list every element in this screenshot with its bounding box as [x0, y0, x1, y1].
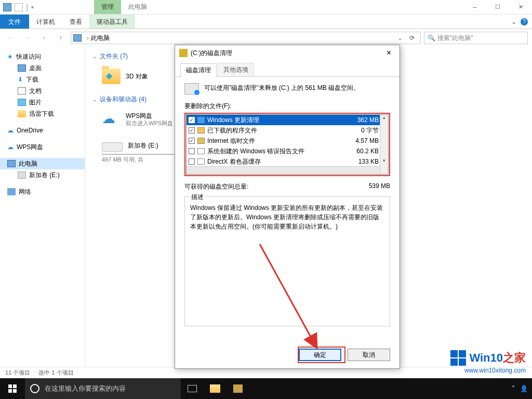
total-space-label: 可获得的磁盘空间总量:: [184, 182, 248, 191]
status-item-count: 11 个项目: [5, 369, 30, 377]
watermark: Win10之家 www.win10xitong.com: [450, 350, 526, 374]
scrollbar-vertical[interactable]: ▴▾: [380, 115, 388, 174]
breadcrumb-location[interactable]: 此电脑: [91, 34, 110, 43]
network-icon: [7, 188, 16, 195]
file-icon: [197, 138, 205, 144]
tree-network[interactable]: 网络: [0, 186, 85, 197]
app-icon: [3, 3, 11, 11]
checkbox[interactable]: ✓: [189, 138, 195, 144]
ribbon-tab-view[interactable]: 查看: [62, 15, 89, 29]
scrollbar-horizontal[interactable]: [187, 166, 380, 174]
file-name: DirectX 着色器缓存: [207, 157, 347, 166]
file-name: Internet 临时文件: [207, 137, 347, 145]
file-icon: [197, 117, 205, 123]
file-name: Windows 更新清理: [207, 116, 347, 125]
taskbar-app-explorer[interactable]: [204, 378, 227, 399]
help-icon[interactable]: ?: [521, 18, 528, 25]
thispc-icon: [7, 160, 16, 167]
qat-dropdown-icon[interactable]: ▾: [31, 5, 34, 10]
close-button[interactable]: ✕: [509, 0, 532, 15]
download-icon: ⬇: [18, 76, 23, 83]
navigation-tree: ★快速访问 桌面 ⬇下载 文档 图片 迅雷下载 ☁OneDrive ☁WPS网盘…: [0, 47, 85, 367]
file-list-row[interactable]: ✓Internet 临时文件4.57 MB: [187, 136, 388, 146]
address-bar[interactable]: › 此电脑 ⌄ ⟳: [71, 32, 421, 44]
file-list-row[interactable]: 系统创建的 Windows 错误报告文件60.2 KB: [187, 146, 388, 156]
drive-cleanup-icon: [184, 83, 199, 95]
file-icon: [197, 127, 205, 134]
checkbox[interactable]: ✓: [189, 127, 195, 134]
start-button[interactable]: [0, 378, 25, 399]
tree-onedrive[interactable]: ☁OneDrive: [0, 125, 85, 136]
nav-up-button[interactable]: ↑: [54, 31, 68, 45]
ribbon-tab-computer[interactable]: 计算机: [29, 15, 62, 29]
qat-item[interactable]: [15, 3, 23, 11]
svg-rect-2: [8, 389, 12, 393]
tray-people-icon[interactable]: 👤: [520, 385, 528, 392]
tree-pictures[interactable]: 图片: [0, 97, 85, 108]
ribbon-context-tab[interactable]: 管理: [94, 0, 121, 14]
maximize-button[interactable]: ☐: [486, 0, 509, 15]
windows-icon: [8, 384, 17, 393]
file-icon: [197, 158, 205, 165]
system-tray[interactable]: ˄ 👤: [512, 385, 532, 392]
tree-thispc[interactable]: 此电脑: [0, 158, 85, 169]
ok-button[interactable]: 确定: [299, 349, 341, 361]
checkbox[interactable]: [189, 158, 195, 165]
search-icon: 🔍: [428, 34, 435, 42]
svg-rect-3: [13, 389, 17, 393]
taskbar: 在这里输入你要搜索的内容 ˄ 👤: [0, 378, 532, 399]
file-icon: [197, 148, 205, 154]
address-bar-row: ← → ▾ ↑ › 此电脑 ⌄ ⟳ 🔍 搜索"此电脑": [0, 29, 532, 47]
task-view-button[interactable]: [181, 378, 204, 399]
nav-back-button[interactable]: ←: [4, 31, 18, 45]
picture-icon: [18, 99, 26, 106]
minimize-button[interactable]: ─: [463, 0, 486, 15]
files-list[interactable]: ✓Windows 更新清理362 MB✓已下载的程序文件0 字节✓Interne…: [186, 114, 389, 175]
checkbox[interactable]: ✓: [189, 117, 195, 123]
taskbar-search[interactable]: 在这里输入你要搜索的内容: [25, 378, 181, 399]
file-list-row[interactable]: DirectX 着色器缓存133 KB: [187, 156, 388, 167]
checkbox[interactable]: [189, 148, 195, 154]
search-input[interactable]: 🔍 搜索"此电脑": [424, 32, 528, 44]
tab-other-options[interactable]: 其他选项: [218, 63, 254, 76]
dialog-close-button[interactable]: ×: [382, 47, 395, 59]
status-selected-count: 选中 1 个项目: [38, 369, 73, 377]
tree-quick-access[interactable]: ★快速访问: [0, 51, 85, 62]
file-list-row[interactable]: ✓已下载的程序文件0 字节: [187, 125, 388, 136]
folder-icon: [18, 110, 26, 117]
ribbon-expand-icon[interactable]: ⌄: [511, 18, 516, 25]
description-group: 描述 Windows 保留通过 Windows 更新安装的所有更新的副本，甚至在…: [184, 196, 390, 326]
refresh-button[interactable]: ⟳: [406, 34, 418, 42]
file-list-row[interactable]: ✓Windows 更新清理362 MB: [187, 115, 388, 125]
description-legend: 描述: [189, 193, 206, 202]
nav-recent-dropdown[interactable]: ▾: [37, 31, 51, 45]
watermark-logo-icon: [450, 350, 466, 366]
tree-documents[interactable]: 文档: [0, 85, 85, 97]
tree-wps[interactable]: ☁WPS网盘: [0, 141, 85, 153]
file-tab[interactable]: 文件: [0, 15, 29, 29]
tab-disk-cleanup[interactable]: 磁盘清理: [180, 63, 217, 77]
cancel-button[interactable]: 取消: [348, 349, 390, 361]
tray-chevron-icon[interactable]: ˄: [512, 385, 515, 392]
address-dropdown-icon[interactable]: ⌄: [394, 34, 406, 42]
tree-thunder[interactable]: 迅雷下载: [0, 108, 85, 119]
collapse-icon: ⌄: [92, 54, 97, 59]
folder-3d-objects[interactable]: ◆3D 对象: [102, 65, 180, 88]
dialog-tabs: 磁盘清理 其他选项: [175, 63, 400, 77]
description-text: Windows 保留通过 Windows 更新安装的所有更新的副本，甚至在安装了…: [190, 203, 384, 231]
drive-icon: [18, 171, 26, 179]
taskbar-app[interactable]: [227, 378, 249, 399]
drive-usage-bar: [102, 154, 185, 155]
disk-cleanup-dialog: (C:)的磁盘清理 × 磁盘清理 其他选项 可以使用"磁盘清理"来释放 (C:)…: [175, 45, 400, 369]
tree-desktop[interactable]: 桌面: [0, 62, 85, 74]
tree-drive-e[interactable]: 新加卷 (E:): [0, 169, 85, 181]
nav-forward-button[interactable]: →: [21, 31, 34, 45]
star-icon: ★: [7, 53, 13, 60]
ribbon-tab-drive-tools[interactable]: 驱动器工具: [89, 15, 135, 29]
device-wps[interactable]: ☁ WPS网盘双击进入WPS网盘: [102, 108, 180, 131]
breadcrumb-sep-icon: ›: [87, 34, 89, 42]
tree-downloads[interactable]: ⬇下载: [0, 74, 85, 85]
total-space-value: 539 MB: [369, 182, 390, 191]
document-icon: [18, 87, 26, 95]
svg-rect-1: [13, 384, 17, 388]
